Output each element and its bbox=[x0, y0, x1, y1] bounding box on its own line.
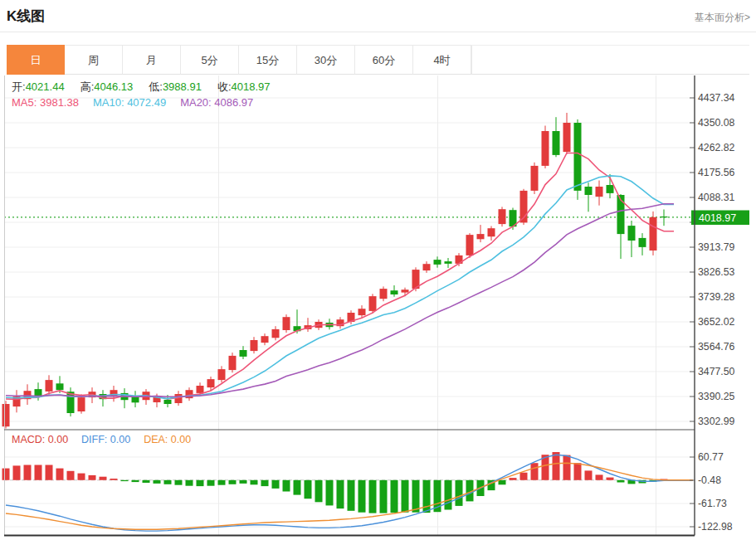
macd-hist-bar bbox=[143, 480, 150, 483]
macd-hist-bar bbox=[207, 480, 215, 486]
macd-hist-bar bbox=[121, 480, 129, 481]
candle-body bbox=[596, 187, 603, 197]
ma20-line bbox=[6, 204, 674, 397]
macd-hist-bar bbox=[531, 463, 539, 480]
tab-周[interactable]: 周 bbox=[65, 45, 123, 75]
candle-body bbox=[434, 260, 441, 265]
macd-hist-bar bbox=[585, 470, 593, 479]
candle-body bbox=[661, 216, 668, 217]
candle-body bbox=[251, 340, 258, 351]
ma-item-ma10: MA10: 4072.49 bbox=[93, 96, 166, 109]
candle-body bbox=[639, 238, 646, 247]
price-tick-label: 3913.79 bbox=[698, 241, 735, 253]
candle-body bbox=[229, 356, 237, 370]
macd-hist-bar bbox=[132, 480, 139, 482]
tab-30分[interactable]: 30分 bbox=[297, 45, 355, 75]
macd-hist-bar bbox=[402, 480, 409, 513]
candle-body bbox=[477, 234, 485, 239]
candle-body bbox=[445, 261, 452, 264]
macd-hist-bar bbox=[510, 478, 517, 480]
macd-hist-bar bbox=[89, 475, 96, 480]
macd-hist-bar bbox=[24, 465, 32, 480]
macd-tick-label: 60.77 bbox=[698, 451, 724, 463]
macd-hist-bar bbox=[315, 480, 323, 503]
price-tick-label: 3739.28 bbox=[698, 291, 735, 303]
candle-body bbox=[553, 131, 560, 155]
macd-hist-bar bbox=[337, 480, 344, 508]
open-value: 4021.44 bbox=[26, 80, 65, 93]
macd-hist-bar bbox=[553, 452, 560, 480]
macd-hist-bar bbox=[186, 480, 193, 486]
macd-hist-bar bbox=[456, 480, 463, 506]
candle-body bbox=[499, 209, 506, 224]
macd-hist-bar bbox=[348, 480, 355, 511]
ma-item-ma20: MA20: 4086.97 bbox=[180, 96, 253, 109]
macd-hist-bar bbox=[520, 473, 528, 480]
candle-body bbox=[607, 185, 614, 193]
fundamental-analysis-link[interactable]: 基本面分析> bbox=[695, 11, 750, 25]
low-label: 低: bbox=[149, 80, 163, 93]
macd-hist-bar bbox=[596, 474, 603, 479]
tab-日[interactable]: 日 bbox=[7, 45, 65, 75]
candle-body bbox=[240, 350, 247, 357]
macd-hist-bar bbox=[46, 465, 53, 480]
price-tick-label: 4088.31 bbox=[698, 192, 735, 203]
macd-hist-bar bbox=[369, 480, 377, 513]
macd-hist-bar bbox=[391, 480, 398, 513]
ohlc-legend: 开:4021.44 高:4046.13 低:3988.91 收:4018.97 bbox=[12, 80, 271, 95]
macd-legend: MACD: 0.00DIFF: 0.00DEA: 0.00 bbox=[12, 434, 191, 445]
candle-body bbox=[542, 131, 549, 166]
price-tick-label: 4175.56 bbox=[698, 167, 735, 178]
candle-body bbox=[164, 400, 172, 404]
macd-hist-bar bbox=[13, 465, 21, 479]
low-value: 3988.91 bbox=[163, 80, 202, 93]
macd-item-macd: MACD: 0.00 bbox=[12, 434, 68, 445]
candle-body bbox=[56, 383, 64, 390]
macd-hist-bar bbox=[617, 480, 625, 483]
candle-body bbox=[531, 166, 539, 191]
macd-hist-bar bbox=[294, 480, 301, 495]
macd-hist-bar bbox=[100, 477, 107, 480]
candle-body bbox=[380, 289, 388, 299]
open-label: 开: bbox=[12, 80, 26, 93]
tab-4时[interactable]: 4时 bbox=[413, 45, 471, 75]
candle-body bbox=[574, 123, 582, 191]
tab-15分[interactable]: 15分 bbox=[239, 45, 297, 75]
close-label: 收: bbox=[217, 80, 232, 93]
tab-60分[interactable]: 60分 bbox=[355, 45, 413, 75]
ma10-line bbox=[6, 176, 674, 399]
tabstrip-filler bbox=[471, 45, 749, 75]
high-value: 4046.13 bbox=[94, 80, 133, 93]
candle-body bbox=[78, 397, 85, 411]
header-divider bbox=[0, 32, 756, 32]
kline-widget: 4437.344350.084262.824175.564088.313913.… bbox=[0, 0, 756, 540]
candle-body bbox=[2, 404, 10, 426]
macd-item-dea: DEA: 0.00 bbox=[144, 434, 191, 445]
macd-hist-bar bbox=[154, 480, 161, 484]
price-tick-label: 4262.82 bbox=[698, 142, 735, 153]
candle-body bbox=[391, 290, 398, 294]
ma5-line bbox=[6, 153, 674, 400]
macd-hist-bar bbox=[251, 480, 258, 485]
macd-hist-bar bbox=[563, 455, 571, 480]
tab-5分[interactable]: 5分 bbox=[181, 45, 239, 75]
macd-hist-bar bbox=[218, 480, 226, 485]
candle-body bbox=[563, 123, 571, 152]
candle-body bbox=[585, 187, 593, 195]
candle-body bbox=[283, 317, 290, 330]
ma-item-ma5: MA5: 3981.38 bbox=[12, 96, 79, 109]
macd-hist-bar bbox=[35, 465, 42, 480]
macd-hist-bar bbox=[164, 480, 172, 484]
macd-hist-bar bbox=[380, 480, 388, 513]
candle-body bbox=[628, 226, 636, 241]
price-tick-label: 3477.50 bbox=[698, 366, 735, 377]
macd-hist-bar bbox=[240, 480, 247, 484]
current-price-badge-text: 4018.97 bbox=[699, 212, 736, 224]
macd-hist-bar bbox=[412, 480, 420, 513]
candle-body bbox=[650, 217, 657, 251]
price-tick-label: 3826.53 bbox=[698, 266, 735, 278]
macd-item-diff: DIFF: 0.00 bbox=[81, 434, 130, 445]
tab-月[interactable]: 月 bbox=[123, 45, 181, 75]
macd-hist-bar bbox=[445, 480, 452, 510]
price-tick-label: 4350.08 bbox=[698, 117, 735, 129]
